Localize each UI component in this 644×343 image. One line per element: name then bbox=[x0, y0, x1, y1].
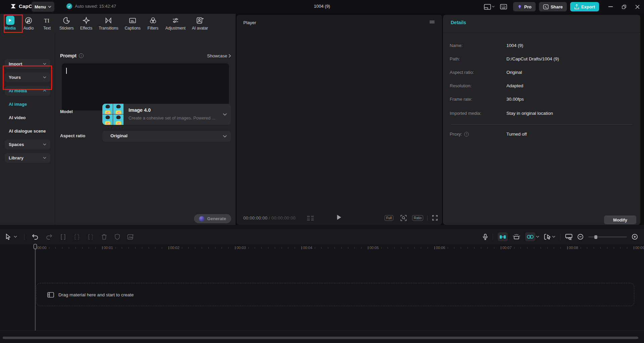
select-mode-icon[interactable] bbox=[544, 234, 551, 240]
svg-text:TI: TI bbox=[44, 17, 49, 24]
play-button[interactable] bbox=[337, 214, 342, 220]
timeline-ruler[interactable]: 00:0000:0100:0200:0300:0400:0500:0600:07… bbox=[0, 242, 644, 254]
sidebar-item-ai-dialogue-scene[interactable]: AI dialogue scene bbox=[5, 126, 50, 136]
divider bbox=[443, 32, 640, 33]
delete-icon[interactable] bbox=[101, 234, 107, 240]
pixel-zoom-icon[interactable] bbox=[400, 215, 407, 221]
record-voiceover-icon[interactable] bbox=[483, 234, 488, 240]
split-icon[interactable] bbox=[60, 234, 66, 240]
aspect-ratio-value: Original bbox=[110, 133, 128, 138]
undo-icon[interactable] bbox=[32, 234, 39, 240]
zoom-out-icon[interactable] bbox=[577, 234, 584, 240]
player-menu-icon[interactable] bbox=[430, 21, 435, 23]
sidebar-divider bbox=[55, 33, 55, 225]
tab-media[interactable]: Media bbox=[3, 16, 17, 31]
media-frame-icon bbox=[47, 292, 54, 298]
timeline-drop-zone[interactable]: Drag material here and start to create bbox=[36, 283, 634, 306]
select-tool-icon[interactable] bbox=[5, 234, 17, 240]
close-button[interactable] bbox=[631, 0, 644, 13]
sidebar-item-ai-media[interactable]: AI media bbox=[5, 86, 50, 96]
fullscreen-icon[interactable] bbox=[432, 215, 438, 221]
delete-right-icon[interactable] bbox=[87, 234, 94, 240]
export-button[interactable]: Export bbox=[570, 2, 599, 11]
text-caret bbox=[66, 68, 67, 74]
sidebar-item-ai-image[interactable]: AI image bbox=[5, 99, 50, 109]
detail-value-path: D:/CapCut Drafts/1004 (9) bbox=[506, 56, 559, 61]
zoom-in-icon[interactable] bbox=[632, 234, 638, 240]
audio-icon bbox=[24, 16, 33, 25]
redo-icon[interactable] bbox=[46, 234, 53, 240]
tab-filters[interactable]: Filters bbox=[146, 16, 160, 31]
prompt-textarea[interactable] bbox=[62, 63, 229, 110]
media-sidebar: Import Yours AI media AI image AI video … bbox=[0, 33, 55, 225]
chevron-down-icon[interactable] bbox=[14, 236, 17, 238]
modify-button[interactable]: Modify bbox=[604, 215, 636, 224]
details-panel: Details Name: 1004 (9) Path: D:/CapCut D… bbox=[443, 15, 640, 225]
export-frame-icon[interactable] bbox=[127, 234, 134, 240]
ai-avatar-icon bbox=[196, 16, 204, 25]
ruler-label: 00:08 bbox=[569, 246, 578, 250]
delete-left-icon[interactable] bbox=[73, 234, 80, 240]
tab-captions[interactable]: Captions bbox=[124, 16, 141, 31]
timeline-zoom-slider[interactable] bbox=[588, 235, 627, 239]
help-icon[interactable]: ? bbox=[464, 132, 469, 137]
sidebar-item-yours[interactable]: Yours bbox=[5, 72, 50, 82]
player-panel: Player 00:00:00:00 / 00:00:00:00 Full Ra… bbox=[237, 15, 442, 225]
auto-snap-icon[interactable] bbox=[512, 233, 521, 240]
tab-transitions[interactable]: Transitions bbox=[98, 16, 119, 31]
minimize-button[interactable] bbox=[604, 0, 617, 13]
restore-button[interactable] bbox=[617, 0, 631, 13]
tab-stickers[interactable]: Stickers bbox=[59, 16, 75, 31]
link-clips-icon[interactable] bbox=[525, 232, 535, 241]
frame-grid-icon[interactable] bbox=[307, 216, 314, 220]
export-icon bbox=[574, 4, 579, 9]
generate-button[interactable]: Generate bbox=[194, 214, 231, 223]
info-icon[interactable]: i bbox=[79, 53, 84, 58]
divider bbox=[451, 124, 633, 125]
sidebar-item-ai-video[interactable]: AI video bbox=[5, 113, 50, 122]
sticker-icon bbox=[62, 16, 70, 25]
transitions-icon bbox=[104, 16, 112, 25]
sidebar-item-import[interactable]: Import bbox=[5, 59, 50, 69]
detail-value-resolution: Adapted bbox=[506, 83, 523, 88]
slider-handle[interactable] bbox=[594, 235, 597, 239]
share-button[interactable]: Share bbox=[539, 2, 567, 11]
tab-adjustment[interactable]: Adjustment bbox=[165, 16, 186, 31]
generate-orb-icon bbox=[199, 216, 204, 222]
chevron-down-icon[interactable] bbox=[552, 236, 555, 238]
tab-effects[interactable]: Effects bbox=[80, 16, 93, 31]
tab-audio[interactable]: Audio bbox=[22, 16, 35, 31]
chevron-down-icon[interactable] bbox=[536, 236, 539, 238]
ruler-label: 00:03 bbox=[237, 246, 246, 250]
media-play-icon bbox=[6, 16, 14, 25]
horizontal-scrollbar[interactable] bbox=[3, 337, 638, 339]
preview-frame-icon[interactable] bbox=[565, 234, 573, 240]
tab-text[interactable]: TI Text bbox=[40, 16, 54, 31]
ruler-label: 00:02 bbox=[170, 246, 180, 250]
pro-button[interactable]: Pro bbox=[513, 2, 536, 11]
detail-label-resolution: Resolution: bbox=[450, 83, 472, 88]
detail-label-aspect-ratio: Aspect ratio: bbox=[450, 70, 474, 75]
chevron-down-icon bbox=[43, 143, 46, 146]
model-label: Model bbox=[60, 109, 73, 114]
asset-tab-strip: Media Audio TI Text Stickers Effects Tra… bbox=[0, 14, 236, 33]
sidebar-item-spaces[interactable]: Spaces bbox=[5, 140, 50, 149]
showcase-link[interactable]: Showcase bbox=[207, 53, 231, 58]
detail-value-name: 1004 (9) bbox=[506, 43, 523, 48]
tab-ai-avatar[interactable]: AI avatar bbox=[191, 16, 209, 31]
mask-shield-icon[interactable] bbox=[114, 234, 120, 240]
shortcut-keyboard-icon[interactable] bbox=[500, 4, 507, 9]
ratio-button[interactable]: Ratio bbox=[412, 215, 423, 221]
workspace-layout-icon[interactable] bbox=[484, 4, 495, 10]
main-track-magnet-icon[interactable] bbox=[498, 232, 508, 241]
aspect-ratio-label: Aspect ratio bbox=[60, 133, 85, 138]
ruler-label: 00:04 bbox=[303, 246, 312, 250]
full-preview-button[interactable]: Full bbox=[385, 215, 393, 221]
captions-icon bbox=[129, 16, 137, 25]
effects-star-icon bbox=[82, 16, 90, 25]
aspect-ratio-select[interactable]: Original bbox=[102, 131, 231, 142]
model-select[interactable]: Image 4.0 Create a cohesive set of image… bbox=[102, 104, 231, 125]
model-name: Image 4.0 bbox=[129, 107, 151, 113]
playhead-handle[interactable] bbox=[34, 244, 37, 249]
sidebar-item-library[interactable]: Library bbox=[5, 153, 50, 163]
